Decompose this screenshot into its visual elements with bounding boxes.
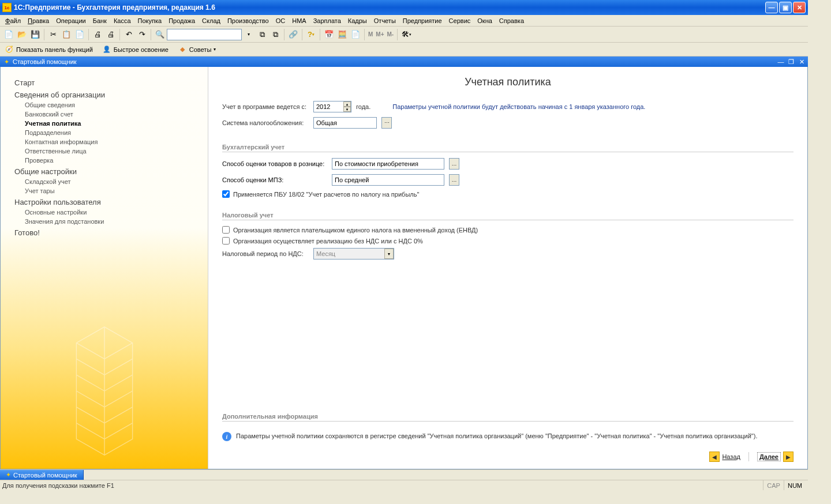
taskbar-item[interactable]: ✦ Стартовый помощник: [0, 470, 84, 480]
print-preview-icon[interactable]: 🖨: [104, 28, 117, 41]
main-toolbar: 📄 📂 💾 ✂ 📋 📄 🖨 🖨 ↶ ↷ 🔍 ▾ ⧉ ⧉ 🔗 ?▾ 📅 🧮 📄 M…: [0, 27, 808, 43]
menu-operations[interactable]: Операции: [53, 16, 88, 25]
sub-close-button[interactable]: ✕: [798, 58, 806, 66]
mpz-ellipsis-button[interactable]: …: [449, 174, 459, 186]
tb-dropdown-icon[interactable]: ▾: [242, 28, 255, 41]
save-icon[interactable]: 💾: [29, 28, 42, 41]
nds-checkbox[interactable]: [222, 237, 230, 245]
menu-service[interactable]: Сервис: [446, 16, 474, 25]
envd-checkbox-label: Организация является плательщиком единог…: [233, 227, 478, 234]
next-button[interactable]: Далее ▶: [757, 452, 793, 462]
year-spinner[interactable]: ▲▼: [313, 101, 351, 112]
menu-enterprise[interactable]: Предприятие: [400, 16, 445, 25]
wizard-small-icon: ✦: [6, 471, 11, 479]
menu-os[interactable]: ОС: [273, 16, 289, 25]
nds-period-label: Налоговый период по НДС:: [222, 250, 309, 257]
open-icon[interactable]: 📂: [16, 28, 28, 41]
doc-icon[interactable]: 📄: [349, 28, 362, 41]
m-plus-label[interactable]: M+: [375, 31, 385, 37]
pbu-checkbox[interactable]: [222, 190, 230, 198]
tips-button[interactable]: ◆ Советы ▾: [175, 44, 218, 55]
cut-icon[interactable]: ✂: [47, 28, 59, 41]
menu-purchase[interactable]: Покупка: [135, 16, 165, 25]
menu-file[interactable]: Файл: [2, 16, 24, 25]
subwindow-title: Стартовый помощник: [13, 58, 77, 65]
retail-method-input[interactable]: [332, 158, 444, 170]
nav-item-0[interactable]: Старт: [14, 76, 208, 88]
help-icon[interactable]: ?▾: [305, 28, 317, 41]
tips-label: Советы: [189, 46, 211, 53]
back-button-label: Назад: [722, 453, 740, 460]
menu-windows[interactable]: Окна: [474, 16, 495, 25]
copy-icon[interactable]: 📋: [60, 28, 73, 41]
nav-item-12[interactable]: Настройки пользователя: [14, 195, 208, 208]
menu-sale[interactable]: Продажа: [166, 16, 198, 25]
close-button[interactable]: ✕: [793, 2, 806, 13]
m-minus-label[interactable]: M-: [386, 31, 395, 37]
mpz-method-input[interactable]: [332, 174, 444, 186]
find-next-icon[interactable]: ⧉: [269, 28, 282, 41]
nav-item-5[interactable]: Подразделения: [14, 128, 208, 137]
show-panel-label: Показать панель функций: [16, 46, 93, 53]
spin-up-icon[interactable]: ▲: [343, 101, 351, 107]
menu-salary[interactable]: Зарплата: [310, 16, 344, 25]
nav-item-9[interactable]: Общие настройки: [14, 165, 208, 177]
nav-item-7[interactable]: Ответственные лица: [14, 146, 208, 156]
settings-icon[interactable]: 🛠▾: [400, 28, 413, 41]
nds-checkbox-label: Организация осуществляет реализацию без …: [233, 238, 423, 245]
cap-indicator: CAP: [763, 480, 784, 490]
nav-item-3[interactable]: Банковский счет: [14, 110, 208, 119]
minimize-button[interactable]: —: [765, 2, 778, 13]
maximize-button[interactable]: ▣: [779, 2, 792, 13]
menu-help[interactable]: Справка: [496, 16, 527, 25]
copy-link-icon[interactable]: 🔗: [287, 28, 300, 41]
envd-checkbox[interactable]: [222, 226, 230, 234]
page-heading: Учетная политика: [222, 76, 793, 88]
print-icon[interactable]: 🖨: [91, 28, 104, 41]
wizard-content: Учетная политика Учет в программе ведетс…: [208, 67, 807, 469]
menu-kassa[interactable]: Касса: [111, 16, 134, 25]
nav-item-11[interactable]: Учет тары: [14, 186, 208, 195]
menu-nma[interactable]: НМА: [289, 16, 309, 25]
menu-warehouse[interactable]: Склад: [199, 16, 223, 25]
tax-system-ellipsis-button[interactable]: ⋯: [381, 117, 392, 129]
menu-staff[interactable]: Кадры: [345, 16, 370, 25]
show-panel-button[interactable]: 🧭 Показать панель функций: [2, 44, 95, 55]
find-icon[interactable]: 🔍: [154, 28, 166, 41]
new-doc-icon[interactable]: 📄: [2, 28, 15, 41]
redo-icon[interactable]: ↷: [136, 28, 148, 41]
search-input[interactable]: [167, 29, 242, 40]
lightbulb-icon: ◆: [178, 45, 187, 54]
svg-line-6: [76, 375, 104, 391]
tax-system-input[interactable]: [313, 117, 377, 129]
quick-start-button[interactable]: 👤 Быстрое освоение: [100, 44, 171, 55]
undo-icon[interactable]: ↶: [122, 28, 135, 41]
find-prev-icon[interactable]: ⧉: [256, 28, 268, 41]
menu-production[interactable]: Производство: [224, 16, 272, 25]
nav-item-2[interactable]: Общие сведения: [14, 100, 208, 110]
nav-item-8[interactable]: Проверка: [14, 156, 208, 165]
nav-item-14[interactable]: Значения для подстановки: [14, 217, 208, 226]
menu-bank[interactable]: Банк: [90, 16, 110, 25]
back-button[interactable]: ◀ Назад: [709, 452, 740, 462]
extra-info-text: Параметры учетной политики сохраняются в…: [236, 432, 757, 441]
spin-down-icon[interactable]: ▼: [343, 107, 351, 112]
calendar-icon[interactable]: 📅: [323, 28, 335, 41]
building-decoration: [64, 319, 145, 463]
secondary-toolbar: 🧭 Показать панель функций 👤 Быстрое осво…: [0, 43, 808, 57]
nav-item-1[interactable]: Сведения об организации: [14, 88, 208, 100]
tax-system-label: Система налогообложения:: [222, 119, 309, 126]
sub-restore-button[interactable]: ❐: [787, 58, 795, 66]
nav-item-15[interactable]: Готово!: [14, 226, 208, 238]
sub-minimize-button[interactable]: —: [777, 58, 785, 66]
retail-ellipsis-button[interactable]: …: [449, 158, 459, 170]
menu-edit[interactable]: Правка: [25, 16, 52, 25]
nav-item-10[interactable]: Складской учет: [14, 177, 208, 186]
menu-reports[interactable]: Отчеты: [371, 16, 399, 25]
paste-icon[interactable]: 📄: [73, 28, 86, 41]
nav-item-6[interactable]: Контактная информация: [14, 137, 208, 146]
nav-item-4[interactable]: Учетная политика: [14, 119, 208, 128]
mpz-method-label: Способ оценки МПЗ:: [222, 176, 327, 183]
calculator-icon[interactable]: 🧮: [336, 28, 349, 41]
nav-item-13[interactable]: Основные настройки: [14, 208, 208, 217]
